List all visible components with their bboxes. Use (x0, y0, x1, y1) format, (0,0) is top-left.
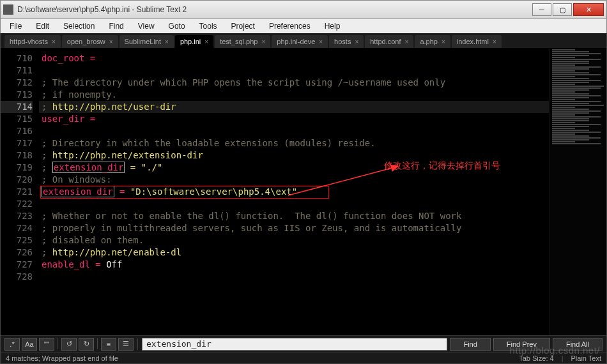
line-number: 712 (1, 77, 33, 89)
line-number: 713 (1, 89, 33, 101)
tab-close-icon[interactable]: × (442, 38, 445, 45)
tab-2[interactable]: SublimeLint× (119, 35, 174, 48)
tab-label: open_brosw (67, 38, 105, 45)
menu-file[interactable]: File (3, 20, 28, 32)
tab-4[interactable]: test_sql.php× (215, 35, 270, 48)
find-opt-0[interactable]: .* (4, 338, 20, 351)
status-syntax[interactable]: Plain Text (571, 354, 602, 362)
line-number: 722 (1, 198, 33, 210)
app-icon (3, 4, 13, 15)
window-buttons (532, 3, 604, 16)
tab-close-icon[interactable]: × (52, 38, 56, 45)
menu-selection[interactable]: Selection (57, 20, 101, 32)
line-number: 717 (1, 137, 33, 149)
code-line-728 (39, 271, 549, 283)
tab-3[interactable]: php.ini× (175, 35, 213, 48)
menu-goto[interactable]: Goto (162, 20, 192, 32)
gutter: 7107117127137147157167177187197207217227… (1, 49, 39, 335)
line-number: 724 (1, 222, 33, 234)
code-line-723: ; Whether or not to enable the dl() func… (39, 210, 549, 222)
code-line-715: user_dir = (39, 113, 549, 125)
tab-close-icon[interactable]: × (493, 38, 496, 45)
find-all-button[interactable]: Find All (553, 338, 603, 351)
find-opt-4[interactable]: ↻ (79, 338, 94, 351)
window-title: D:\software\server\php5.4\php.ini - Subl… (17, 5, 532, 14)
minimize-button[interactable] (532, 3, 551, 16)
code-line-725: ; disabled on them. (39, 234, 549, 246)
code-line-724: ; properly in multithreaded servers, suc… (39, 222, 549, 234)
find-opt-1[interactable]: Aa (22, 338, 37, 351)
menu-find[interactable]: Find (102, 20, 130, 32)
line-number: 719 (1, 162, 33, 174)
tab-close-icon[interactable]: × (319, 38, 323, 45)
find-input[interactable] (142, 338, 447, 351)
tab-5[interactable]: php.ini-deve× (272, 35, 328, 48)
workspace: httpd-vhosts×open_brosw×SublimeLint×php.… (0, 33, 607, 364)
line-number: 716 (1, 125, 33, 137)
tab-label: httpd-vhosts (10, 38, 48, 45)
code-line-720: ; On windows: (39, 174, 549, 186)
tab-close-icon[interactable]: × (405, 38, 409, 45)
tab-close-icon[interactable]: × (109, 38, 113, 45)
tab-label: php.ini-deve (277, 38, 315, 45)
separator (137, 338, 138, 350)
code-line-722 (39, 198, 549, 210)
code-line-716 (39, 125, 549, 137)
code-area[interactable]: doc_root = ; The directory under which P… (39, 49, 549, 335)
find-opt-5[interactable]: ≡ (101, 338, 116, 351)
line-number: 710 (1, 52, 33, 64)
editor: 7107117127137147157167177187197207217227… (1, 49, 606, 335)
tab-6[interactable]: hosts× (329, 35, 364, 48)
close-button[interactable] (573, 3, 604, 16)
tab-1[interactable]: open_brosw× (62, 35, 118, 48)
code-line-713: ; if nonempty. (39, 89, 549, 101)
tab-label: hosts (334, 38, 351, 45)
code-line-727: enable_dl = Off (39, 259, 549, 271)
find-opt-2[interactable]: "" (39, 338, 54, 351)
find-opt-3[interactable]: ↺ (61, 338, 77, 351)
menu-project[interactable]: Project (225, 20, 261, 32)
line-number: 718 (1, 149, 33, 162)
status-tabsize[interactable]: Tab Size: 4 (519, 354, 553, 362)
menu-view[interactable]: View (132, 20, 161, 32)
menubar: FileEditSelectionFindViewGotoToolsProjec… (0, 19, 607, 33)
window-titlebar: D:\software\server\php5.4\php.ini - Subl… (0, 0, 607, 19)
tab-close-icon[interactable]: × (165, 38, 169, 45)
line-number: 726 (1, 246, 33, 259)
tab-8[interactable]: a.php× (415, 35, 450, 48)
find-bar: .*Aa""↺↻≡☰ Find Find Prev Find All (1, 335, 606, 352)
line-number: 714 (1, 101, 33, 113)
tab-7[interactable]: httpd.conf× (365, 35, 413, 48)
statusbar: 4 matches; Wrapped past end of file Tab … (1, 352, 606, 363)
maximize-button[interactable] (553, 3, 572, 16)
tab-label: SublimeLint (125, 38, 161, 45)
menu-help[interactable]: Help (318, 20, 347, 32)
menu-preferences[interactable]: Preferences (263, 20, 317, 32)
code-line-712: ; The directory under which PHP opens th… (39, 77, 549, 89)
code-line-710: doc_root = (39, 52, 549, 64)
line-number: 715 (1, 113, 33, 125)
tab-close-icon[interactable]: × (204, 38, 208, 45)
code-line-718: ; http://php.net/extension-dir (39, 149, 549, 162)
minimap[interactable] (549, 49, 606, 335)
line-number: 711 (1, 64, 33, 77)
line-number: 723 (1, 210, 33, 222)
menu-edit[interactable]: Edit (29, 20, 56, 32)
code-line-717: ; Directory in which the loadable extens… (39, 137, 549, 149)
line-number: 727 (1, 259, 33, 271)
find-opt-6[interactable]: ☰ (118, 338, 134, 351)
tab-close-icon[interactable]: × (355, 38, 358, 45)
line-number: 728 (1, 271, 33, 283)
code-line-726: ; http://php.net/enable-dl (39, 246, 549, 259)
tab-close-icon[interactable]: × (261, 38, 265, 45)
line-number: 720 (1, 174, 33, 186)
code-line-721: extension_dir = "D:\software\server\php5… (39, 186, 549, 198)
menu-tools[interactable]: Tools (193, 20, 224, 32)
code-line-711 (39, 64, 549, 77)
code-line-719: ; extension_dir = "./" (39, 162, 549, 174)
tab-label: httpd.conf (370, 38, 401, 45)
find-prev-button[interactable]: Find Prev (493, 338, 550, 351)
tab-0[interactable]: httpd-vhosts× (4, 35, 61, 48)
find-button[interactable]: Find (450, 338, 490, 351)
tab-9[interactable]: index.html× (452, 35, 502, 48)
